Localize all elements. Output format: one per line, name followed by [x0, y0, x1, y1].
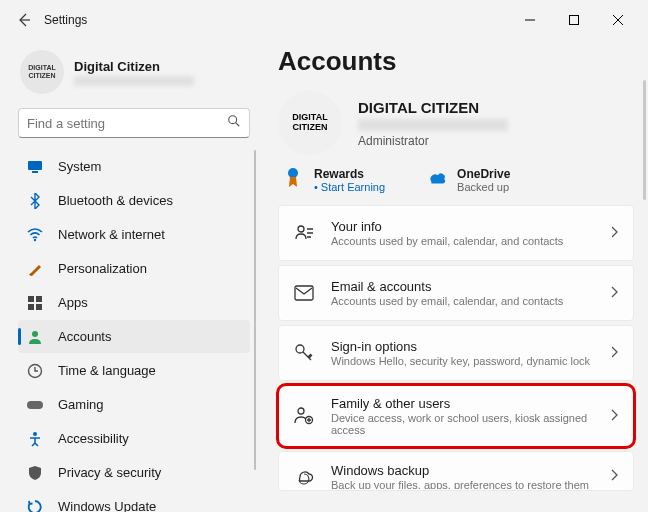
close-button[interactable] — [596, 4, 640, 36]
nav-label: Network & internet — [58, 227, 165, 242]
sidebar-item-bluetooth-devices[interactable]: Bluetooth & devices — [18, 184, 250, 217]
onedrive-icon — [425, 167, 447, 189]
user-avatar: DIGITALCITIZEN — [20, 50, 64, 94]
svg-rect-0 — [570, 16, 579, 25]
card-title: Family & other users — [331, 396, 611, 411]
clock-icon — [26, 362, 44, 380]
card-windows-backup[interactable]: Windows backupBack up your files, apps, … — [278, 451, 634, 491]
back-button[interactable] — [8, 4, 40, 36]
svg-rect-3 — [32, 171, 38, 173]
family-icon — [293, 406, 315, 426]
rewards-icon — [282, 167, 304, 189]
nav-label: Apps — [58, 295, 88, 310]
quick-onedrive[interactable]: OneDriveBacked up — [425, 167, 510, 193]
card-sign-in-options[interactable]: Sign-in optionsWindows Hello, security k… — [278, 325, 634, 381]
key-icon — [293, 343, 315, 363]
profile-name: DIGITAL CITIZEN — [358, 99, 508, 116]
svg-rect-11 — [27, 401, 43, 409]
svg-point-16 — [296, 345, 304, 353]
sidebar-scrollbar[interactable] — [254, 150, 256, 470]
profile-avatar: DIGITALCITIZEN — [278, 91, 342, 155]
nav-label: Privacy & security — [58, 465, 161, 480]
card-desc: Back up your files, apps, preferences to… — [331, 479, 611, 489]
user-email-redacted — [74, 76, 194, 86]
wifi-icon — [26, 226, 44, 244]
svg-rect-7 — [28, 304, 34, 310]
sidebar-item-accounts[interactable]: Accounts — [18, 320, 250, 353]
nav-label: Gaming — [58, 397, 104, 412]
chevron-right-icon — [611, 346, 619, 361]
quick-row: Rewards•Start EarningOneDriveBacked up — [278, 167, 634, 193]
minimize-button[interactable] — [508, 4, 552, 36]
backup-icon — [293, 466, 315, 486]
shield-icon — [26, 464, 44, 482]
sidebar-item-windows-update[interactable]: Windows Update — [18, 490, 250, 512]
card-email-accounts[interactable]: Email & accountsAccounts used by email, … — [278, 265, 634, 321]
profile-block: DIGITALCITIZEN DIGITAL CITIZEN Administr… — [278, 91, 634, 155]
svg-point-12 — [33, 432, 37, 436]
chevron-right-icon — [611, 226, 619, 241]
card-title: Email & accounts — [331, 279, 611, 294]
maximize-button[interactable] — [552, 4, 596, 36]
bluetooth-icon — [26, 192, 44, 210]
email-icon — [293, 285, 315, 301]
person-icon — [26, 328, 44, 346]
sidebar-item-privacy-security[interactable]: Privacy & security — [18, 456, 250, 489]
quick-title: Rewards — [314, 167, 385, 181]
title-bar: Settings — [0, 0, 648, 40]
nav-label: System — [58, 159, 101, 174]
svg-point-1 — [229, 116, 237, 124]
sidebar: DIGITALCITIZEN Digital Citizen SystemBlu… — [0, 40, 262, 512]
svg-point-9 — [32, 331, 38, 337]
sidebar-item-time-language[interactable]: Time & language — [18, 354, 250, 387]
quick-rewards[interactable]: Rewards•Start Earning — [282, 167, 385, 193]
nav-label: Accessibility — [58, 431, 129, 446]
sidebar-item-apps[interactable]: Apps — [18, 286, 250, 319]
card-desc: Device access, work or school users, kio… — [331, 412, 611, 436]
card-title: Sign-in options — [331, 339, 611, 354]
svg-point-17 — [298, 408, 304, 414]
chevron-right-icon — [611, 469, 619, 484]
sidebar-item-network-internet[interactable]: Network & internet — [18, 218, 250, 251]
sidebar-item-system[interactable]: System — [18, 150, 250, 183]
card-your-info[interactable]: Your infoAccounts used by email, calenda… — [278, 205, 634, 261]
svg-rect-6 — [36, 296, 42, 302]
nav-label: Windows Update — [58, 499, 156, 512]
window-title: Settings — [44, 13, 87, 27]
svg-rect-2 — [28, 161, 42, 170]
update-icon — [26, 498, 44, 513]
nav-label: Accounts — [58, 329, 111, 344]
search-box[interactable] — [18, 108, 250, 138]
brush-icon — [26, 260, 44, 278]
access-icon — [26, 430, 44, 448]
svg-point-13 — [288, 168, 298, 178]
card-desc: Windows Hello, security key, password, d… — [331, 355, 611, 367]
search-input[interactable] — [27, 116, 227, 131]
main-scrollbar[interactable] — [643, 80, 646, 200]
quick-sub: •Start Earning — [314, 181, 385, 193]
system-icon — [26, 158, 44, 176]
sidebar-item-personalization[interactable]: Personalization — [18, 252, 250, 285]
nav-label: Personalization — [58, 261, 147, 276]
search-icon — [227, 114, 241, 132]
svg-rect-15 — [295, 286, 313, 300]
page-title: Accounts — [278, 46, 634, 77]
card-desc: Accounts used by email, calendar, and co… — [331, 295, 611, 307]
gaming-icon — [26, 396, 44, 414]
svg-rect-5 — [28, 296, 34, 302]
profile-email-redacted — [358, 119, 508, 131]
svg-rect-8 — [36, 304, 42, 310]
svg-point-14 — [298, 226, 304, 232]
user-name: Digital Citizen — [74, 59, 194, 74]
profile-role: Administrator — [358, 134, 508, 148]
card-family-other-users[interactable]: Family & other usersDevice access, work … — [278, 385, 634, 447]
card-list: Your infoAccounts used by email, calenda… — [278, 205, 634, 491]
sidebar-item-gaming[interactable]: Gaming — [18, 388, 250, 421]
card-desc: Accounts used by email, calendar, and co… — [331, 235, 611, 247]
card-title: Your info — [331, 219, 611, 234]
user-box[interactable]: DIGITALCITIZEN Digital Citizen — [20, 50, 250, 94]
svg-point-4 — [34, 238, 36, 240]
chevron-right-icon — [611, 286, 619, 301]
sidebar-item-accessibility[interactable]: Accessibility — [18, 422, 250, 455]
quick-sub: Backed up — [457, 181, 510, 193]
